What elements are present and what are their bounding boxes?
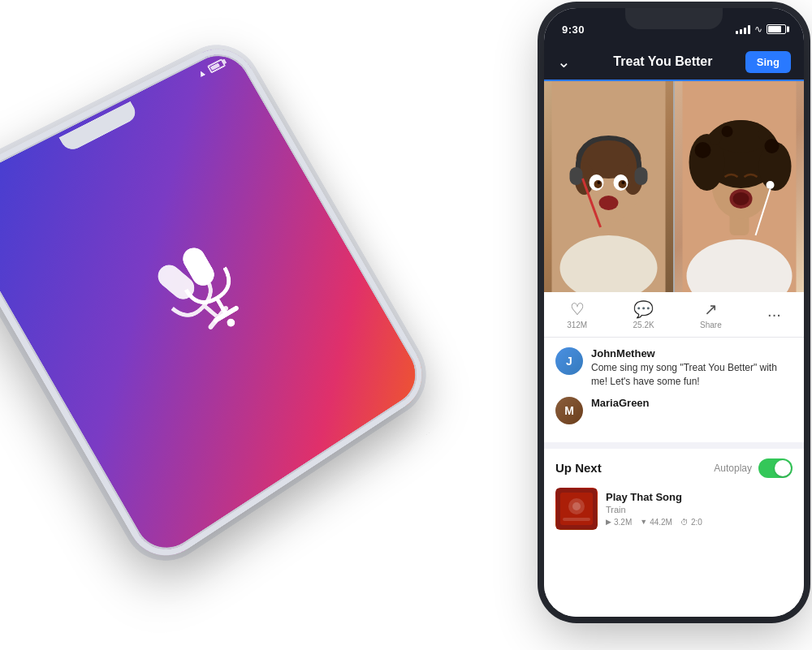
left-phone-wrapper: 9:30 ▲ <box>0 37 435 572</box>
more-icon: ··· <box>767 305 781 324</box>
comment-item: J JohnMethew Come sing my song "Treat Yo… <box>555 347 793 389</box>
commenter-name-john: JohnMethew <box>591 347 793 359</box>
svg-point-35 <box>765 139 780 153</box>
phone-notch <box>625 8 723 29</box>
svg-line-4 <box>217 298 225 312</box>
battery-icon <box>207 58 226 73</box>
right-phone-wrapper: 9:30 ∿ ⌄ Treat You Better <box>544 8 804 617</box>
share-button[interactable]: ↗ Share <box>700 299 722 329</box>
section-divider <box>544 442 804 449</box>
comment-text-john: Come sing my song "Treat You Better" wit… <box>591 361 793 389</box>
svg-point-39 <box>767 181 775 189</box>
song-artist: Train <box>606 505 793 514</box>
svg-rect-21 <box>570 167 583 185</box>
song-item[interactable]: Play That Song Train ▶ 3.2M ▼ 44.2M <box>555 488 793 530</box>
status-time: 9:30 <box>562 24 585 36</box>
comment-content-john: JohnMethew Come sing my song "Treat You … <box>591 347 793 389</box>
clock-icon: ⏱ <box>680 518 689 527</box>
action-bar: ♡ 312M 💬 25.2K ↗ Share ··· <box>544 292 804 338</box>
left-person-photo <box>544 81 673 292</box>
song-stats: ▶ 3.2M ▼ 44.2M ⏱ 2:0 <box>606 518 793 527</box>
svg-rect-22 <box>635 167 648 185</box>
left-person-silhouette <box>544 81 673 292</box>
signal-bar-3 <box>744 28 746 34</box>
svg-point-6 <box>226 317 236 329</box>
play-icon: ▶ <box>606 518 611 526</box>
avatar-maria: M <box>555 397 583 424</box>
save-stat: ▼ 44.2M <box>640 518 672 527</box>
like-count: 312M <box>567 321 587 329</box>
battery-fill <box>768 26 781 32</box>
autoplay-label: Autoplay <box>714 463 752 474</box>
song-art-icon <box>556 489 597 529</box>
comment-count: 25.2K <box>633 321 654 329</box>
svg-point-36 <box>758 128 770 140</box>
svg-point-20 <box>599 196 619 210</box>
scene: 9:30 ▲ <box>0 0 812 650</box>
svg-point-32 <box>695 142 711 158</box>
autoplay-toggle[interactable] <box>758 458 793 478</box>
comment-icon: 💬 <box>633 299 654 319</box>
wifi-icon: ∿ <box>754 24 762 35</box>
left-phone: 9:30 ▲ <box>0 37 435 572</box>
share-label: Share <box>700 321 722 329</box>
song-info: Play That Song Train ▶ 3.2M ▼ 44.2M <box>606 491 793 527</box>
share-icon: ↗ <box>704 299 718 319</box>
svg-point-44 <box>572 502 581 510</box>
down-arrow-icon: ▼ <box>640 518 647 526</box>
like-button[interactable]: ♡ 312M <box>567 299 587 329</box>
back-chevron-icon[interactable]: ⌄ <box>557 52 571 71</box>
up-next-header: Up Next Autoplay <box>555 458 793 478</box>
song-thumb-art <box>555 488 598 530</box>
right-phone: 9:30 ∿ ⌄ Treat You Better <box>544 8 804 617</box>
signal-bar-1 <box>736 31 738 34</box>
duration: 2:0 <box>691 518 702 527</box>
microphone-icon <box>106 205 282 381</box>
svg-rect-45 <box>563 518 590 521</box>
commenter-name-maria: MariaGreen <box>591 397 793 409</box>
nav-bar: ⌄ Treat You Better Sing <box>544 44 804 80</box>
svg-point-19 <box>622 181 625 184</box>
signal-bar-4 <box>748 25 750 34</box>
play-stat: ▶ 3.2M <box>606 518 632 527</box>
battery-fill <box>210 62 220 70</box>
comment-item-2: M MariaGreen <box>555 397 793 424</box>
app-logo <box>106 205 282 381</box>
up-next-title: Up Next <box>555 461 602 475</box>
battery-icon <box>767 24 786 34</box>
sing-button[interactable]: Sing <box>745 51 791 73</box>
duration-stat: ⏱ 2:0 <box>680 518 702 527</box>
svg-point-33 <box>709 131 722 144</box>
play-count: 3.2M <box>614 518 632 527</box>
signal-bar-2 <box>740 29 742 34</box>
song-thumbnail <box>555 488 598 530</box>
svg-point-18 <box>598 181 601 184</box>
toggle-knob <box>775 460 791 476</box>
autoplay-row: Autoplay <box>714 458 793 478</box>
avatar-john: J <box>555 347 583 375</box>
svg-line-1 <box>204 306 216 316</box>
svg-point-34 <box>722 126 733 137</box>
left-phone-notch <box>59 101 140 153</box>
comment-content-maria: MariaGreen <box>591 397 793 424</box>
svg-point-38 <box>733 192 749 205</box>
up-next-section: Up Next Autoplay <box>544 449 804 617</box>
status-icons: ∿ <box>736 24 786 35</box>
comment-button[interactable]: 💬 25.2K <box>633 299 654 329</box>
heart-icon: ♡ <box>570 299 585 319</box>
wifi-icon: ▲ <box>195 67 209 80</box>
more-button[interactable]: ··· <box>767 305 781 324</box>
nav-title: Treat You Better <box>581 54 745 69</box>
photo-area <box>544 81 804 292</box>
song-title: Play That Song <box>606 491 793 503</box>
save-count: 44.2M <box>650 518 672 527</box>
comments-area: J JohnMethew Come sing my song "Treat Yo… <box>544 338 804 442</box>
left-phone-status: ▲ <box>195 58 227 80</box>
signal-icon <box>736 24 750 34</box>
right-person-photo <box>675 81 804 292</box>
right-person-silhouette <box>675 81 804 292</box>
